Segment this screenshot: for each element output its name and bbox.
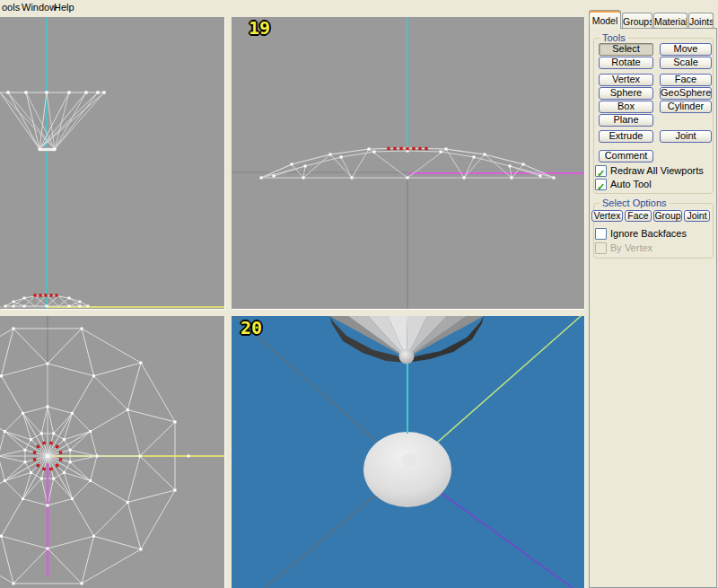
select-button[interactable]: Select — [599, 43, 653, 56]
joint-button[interactable]: Joint — [660, 130, 712, 143]
tab-materials[interactable]: Materials — [653, 13, 687, 28]
plane-button[interactable]: Plane — [599, 114, 653, 127]
box-button[interactable]: Box — [599, 101, 653, 113]
viewport-number-label: 20 — [241, 319, 262, 337]
viewport-front-canvas — [232, 17, 584, 309]
face-button[interactable]: Face — [660, 74, 712, 86]
viewport-side-canvas — [0, 17, 224, 309]
select-joint-button[interactable]: Joint — [684, 210, 710, 222]
shaded-dome[interactable] — [363, 432, 451, 507]
check-icon: ✓ — [597, 181, 605, 192]
tools-group-title: Tools — [600, 32, 628, 43]
viewport-3d-perspective[interactable]: 20 — [232, 316, 584, 588]
checkbox-label: By Vertex — [610, 242, 652, 253]
viewport-3d-canvas — [232, 316, 584, 588]
checkbox-box[interactable]: ✓ — [595, 179, 607, 190]
viewport-top-canvas — [0, 316, 224, 588]
scale-button[interactable]: Scale — [660, 57, 712, 69]
viewport-number-label: 19 — [249, 19, 270, 37]
check-icon: ✓ — [597, 168, 605, 179]
cylinder-button[interactable]: Cylinder — [660, 101, 712, 113]
checkbox-box[interactable]: ✓ — [595, 165, 607, 177]
tab-groups[interactable]: Groups — [622, 13, 652, 28]
menu-window[interactable]: Window — [22, 2, 57, 13]
checkbox-box[interactable] — [595, 228, 607, 240]
tab-model[interactable]: Model — [589, 10, 621, 29]
move-button[interactable]: Move — [660, 43, 712, 56]
shaded-cone[interactable] — [329, 316, 484, 364]
menu-help[interactable]: Help — [54, 2, 74, 13]
comment-button[interactable]: Comment — [599, 150, 653, 162]
checkbox-label: Ignore Backfaces — [610, 228, 687, 239]
checkbox-label: Auto Tool — [610, 179, 652, 189]
vertex-button[interactable]: Vertex — [599, 74, 653, 86]
viewport-top-wireframe[interactable] — [0, 316, 224, 588]
sphere-button[interactable]: Sphere — [599, 87, 653, 100]
select-face-button[interactable]: Face — [625, 210, 652, 222]
geosphere-button[interactable]: GeoSphere — [660, 87, 712, 100]
rotate-button[interactable]: Rotate — [599, 57, 653, 69]
tab-joints[interactable]: Joints — [688, 13, 714, 28]
select-group-button[interactable]: Group — [653, 210, 682, 222]
viewport-side-wireframe[interactable] — [0, 17, 224, 309]
checkbox-label: Redraw All Viewports — [610, 165, 704, 176]
select-options-group-title: Select Options — [600, 197, 670, 208]
viewport-front-wireframe[interactable]: 19 — [232, 17, 584, 309]
cone-tip-knob — [399, 349, 415, 364]
checkbox-box — [595, 242, 607, 254]
menu-tools[interactable]: ools — [2, 2, 20, 13]
select-vertex-button[interactable]: Vertex — [591, 210, 623, 222]
extrude-button[interactable]: Extrude — [599, 130, 653, 143]
